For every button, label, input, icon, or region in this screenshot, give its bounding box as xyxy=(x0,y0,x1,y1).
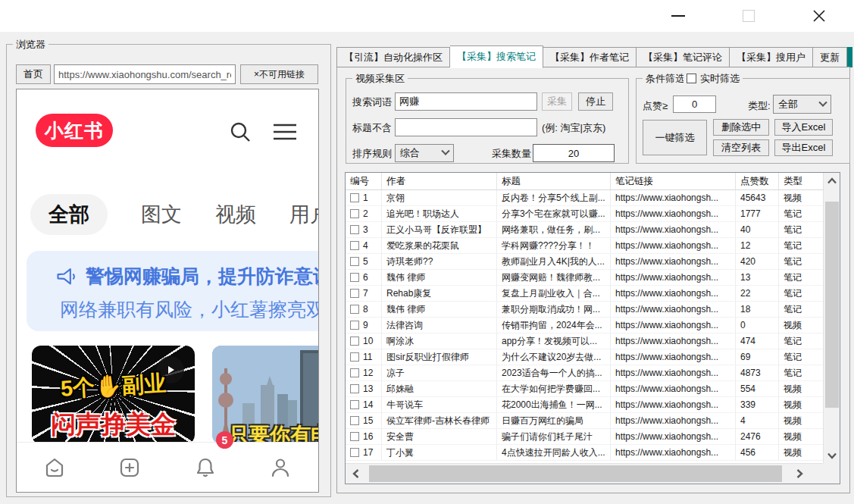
clear-list-button[interactable]: 清空列表 xyxy=(713,139,769,156)
home-button[interactable]: 首页 xyxy=(16,64,51,84)
url-input[interactable] xyxy=(54,64,236,84)
table-row[interactable]: 11图sir反职业打假律师为什么不建议20岁去做...https://www.x… xyxy=(346,349,840,365)
collector-tab-3[interactable]: 【采集】笔记评论 xyxy=(637,47,730,67)
collector-tab-2[interactable]: 【采集】作者笔记 xyxy=(543,47,637,67)
site-filter-tab-3[interactable]: 用户 xyxy=(289,201,319,228)
row-checkbox[interactable] xyxy=(350,432,359,441)
row-checkbox[interactable] xyxy=(350,257,359,266)
photo-card[interactable]: 只要你有电 xyxy=(212,346,319,444)
horizontal-scrollbar-thumb[interactable] xyxy=(369,465,782,482)
profile-icon[interactable] xyxy=(268,455,292,480)
create-post-icon[interactable] xyxy=(117,455,142,480)
row-checkbox[interactable] xyxy=(350,416,359,425)
table-row[interactable]: 15侯立军律师-吉林长春律师日赚百万网红的骗局https://www.xiaoh… xyxy=(346,413,840,429)
table-row[interactable]: 8魏伟 律师兼职分期取消成功！网...https://www.xiaohongs… xyxy=(346,302,840,318)
row-checkbox[interactable] xyxy=(350,193,359,202)
table-row[interactable]: 5诗琪老师??教师副业月入4K|我的人...https://www.xiaoho… xyxy=(346,254,840,270)
row-checkbox[interactable] xyxy=(350,241,359,250)
row-checkbox[interactable] xyxy=(350,225,359,234)
table-row[interactable]: 2追光吧！职场达人分享3个宅在家就可以赚...https://www.xiaoh… xyxy=(346,206,840,222)
row-checkbox[interactable] xyxy=(350,368,359,377)
horizontal-scrollbar[interactable] xyxy=(346,463,824,484)
site-filter-tab-2[interactable]: 视频 xyxy=(215,201,256,228)
search-term-input[interactable] xyxy=(395,92,537,111)
row-checkbox[interactable] xyxy=(350,305,359,314)
app-window: 浏览器 首页 ×不可用链接 小红书 全部图文视频用户 警惕网赚骗局，提升防诈意识… xyxy=(0,0,854,504)
collect-count-value[interactable]: 20 xyxy=(533,144,615,162)
table-row[interactable]: 12凉子2023适合每一个人的搞...https://www.xiaohongs… xyxy=(346,365,840,381)
row-author: 京翎 xyxy=(382,190,497,206)
column-header-2[interactable]: 标题 xyxy=(497,173,611,190)
row-title: 教师副业月入4K|我的人... xyxy=(497,254,611,270)
vertical-scrollbar[interactable] xyxy=(823,173,840,463)
row-checkbox[interactable] xyxy=(350,273,359,282)
row-checkbox[interactable] xyxy=(350,352,359,362)
video-card[interactable]: 5个✋副业 闷声挣美金 xyxy=(32,346,195,444)
row-checkbox[interactable] xyxy=(350,337,359,346)
delete-selected-button[interactable]: 删除选中 xyxy=(713,119,769,136)
video-collect-label: 视频采集区 xyxy=(352,72,408,85)
sort-rule-select[interactable]: 综合 xyxy=(395,144,454,162)
row-checkbox[interactable] xyxy=(350,448,359,457)
unavailable-link-button[interactable]: ×不可用链接 xyxy=(240,64,318,84)
search-icon[interactable] xyxy=(228,120,252,144)
column-header-1[interactable]: 作者 xyxy=(382,173,497,190)
collector-tab-5[interactable]: 更新 xyxy=(813,47,847,67)
row-likes: 474 xyxy=(736,333,779,349)
export-excel-button[interactable]: 导出Excel xyxy=(774,139,833,156)
site-filter-tab-1[interactable]: 图文 xyxy=(141,201,182,228)
table-row[interactable]: 6魏伟 律师网赚变网赔！魏律师教...https://www.xiaohongs… xyxy=(346,270,840,286)
row-checkbox[interactable] xyxy=(350,400,359,409)
table-row[interactable]: 16安全曹骗子们请你们耗子尾汁https://www.xiaohongsh...… xyxy=(346,429,840,445)
column-header-4[interactable]: 点赞数 xyxy=(736,173,779,190)
scroll-down-button[interactable] xyxy=(824,448,840,463)
table-row[interactable]: 7Rehab康复复盘上月副业收入｜合...https://www.xiaohon… xyxy=(346,286,840,302)
one-key-filter-button[interactable]: 一键筛选 xyxy=(643,120,707,155)
row-type: 视频 xyxy=(779,413,824,429)
menu-icon[interactable] xyxy=(272,123,298,141)
type-select[interactable]: 全部 xyxy=(773,95,831,114)
row-type: 笔记 xyxy=(779,238,824,254)
table-row[interactable]: 4爱吃浆果的花栗鼠学科网赚????分享！！https://www.xiaohon… xyxy=(346,238,840,254)
scroll-left-button[interactable] xyxy=(346,464,365,484)
home-nav-icon[interactable] xyxy=(42,455,67,480)
row-title: 花2000出海捕鱼！一网... xyxy=(497,397,611,413)
results-table: 编号作者标题笔记链接点赞数类型 1京翎反内卷！分享5个线上副...https:/… xyxy=(345,172,840,484)
scroll-right-button[interactable] xyxy=(790,464,809,484)
table-row[interactable]: 3正义小马哥【反诈联盟】网络兼职，做任务，刷...https://www.xia… xyxy=(346,222,840,238)
column-header-5[interactable]: 类型 xyxy=(779,173,824,190)
import-excel-button[interactable]: 导入Excel xyxy=(774,119,833,136)
collector-tab-1[interactable]: 【采集】搜索笔记 xyxy=(450,45,543,68)
row-checkbox[interactable] xyxy=(350,384,359,393)
row-checkbox[interactable] xyxy=(350,209,359,218)
collector-tab-4[interactable]: 【采集】搜用户 xyxy=(730,47,813,67)
site-filter-tab-0[interactable]: 全部 xyxy=(30,194,108,235)
vertical-scrollbar-thumb[interactable] xyxy=(825,202,839,408)
table-row[interactable]: 1京翎反内卷！分享5个线上副...https://www.xiaohongsh.… xyxy=(346,190,840,206)
row-author: 侯立军律师-吉林长春律师 xyxy=(382,413,497,429)
close-button[interactable] xyxy=(809,8,829,24)
table-row[interactable]: 17丁小翼4点快速拉开同龄人收入...https://www.xiaohongs… xyxy=(346,445,840,461)
row-number: 11 xyxy=(363,352,372,362)
bottom-nav xyxy=(17,442,318,492)
minimize-button[interactable] xyxy=(668,8,688,24)
likes-min-input[interactable] xyxy=(673,95,716,113)
column-header-3[interactable]: 笔记链接 xyxy=(611,173,736,190)
table-row[interactable]: 9法律咨询传销罪拘留，2024年会...https://www.xiaohong… xyxy=(346,318,840,333)
row-checkbox[interactable] xyxy=(350,289,359,298)
scroll-up-button[interactable] xyxy=(824,173,840,188)
row-link: https://www.xiaohongsh... xyxy=(611,270,736,286)
collector-tab-0[interactable]: 【引流】自动化操作区 xyxy=(336,47,450,67)
row-checkbox[interactable] xyxy=(350,321,359,330)
stop-button[interactable]: 停止 xyxy=(578,92,613,111)
realtime-filter-checkbox[interactable] xyxy=(687,74,696,83)
maximize-button[interactable] xyxy=(739,8,759,24)
table-row[interactable]: 13邱姝融在大学如何把学费赚回...https://www.xiaohongsh… xyxy=(346,381,840,397)
minimize-icon xyxy=(671,15,685,17)
notifications-bell-icon[interactable] xyxy=(193,455,217,480)
collect-button[interactable]: 采集 xyxy=(542,92,572,111)
table-row[interactable]: 10啊涂冰app分享！发视频可以...https://www.xiaohongs… xyxy=(346,333,840,349)
title-exclude-input[interactable] xyxy=(395,118,537,136)
column-header-0[interactable]: 编号 xyxy=(346,173,382,190)
table-row[interactable]: 14牛哥说车花2000出海捕鱼！一网...https://www.xiaohon… xyxy=(346,397,840,413)
